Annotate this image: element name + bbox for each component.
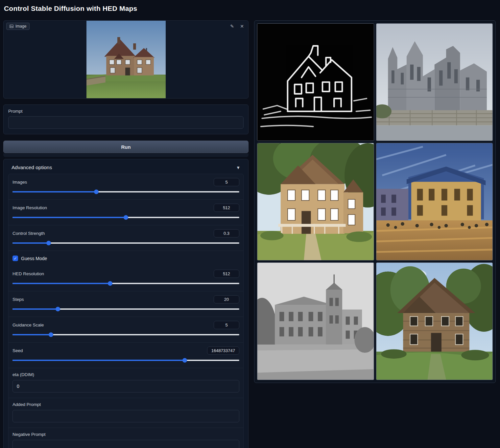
images-slider[interactable]	[12, 190, 239, 194]
image-resolution-slider-row: Image Resolution 512	[9, 200, 243, 225]
images-value-input[interactable]: 5	[214, 178, 239, 186]
eta-row: eta (DDIM)	[9, 368, 243, 398]
gallery-item-victorian-house[interactable]	[257, 143, 374, 260]
slider-thumb[interactable]	[182, 358, 187, 363]
guess-mode-checkbox[interactable]: ✓ Guess Mode	[9, 251, 243, 266]
hed-resolution-value-input[interactable]: 512	[214, 270, 239, 278]
image-input-label: Image	[15, 24, 26, 29]
seed-label: Seed	[12, 348, 23, 353]
cathedral-graphic	[376, 24, 493, 141]
seed-value-input[interactable]: 1648733747	[207, 347, 239, 355]
chevron-down-icon: ▼	[236, 165, 240, 170]
gallery-item-grayscale-building[interactable]	[257, 262, 374, 380]
steps-label: Steps	[12, 297, 24, 302]
left-column: Image ✎ ✕	[3, 20, 249, 448]
rustic-house-graphic	[376, 263, 493, 380]
close-icon: ✕	[240, 24, 244, 29]
victorian-house-graphic	[257, 143, 374, 260]
slider-thumb[interactable]	[56, 307, 60, 311]
image-resolution-label: Image Resolution	[12, 205, 47, 210]
house-photo-graphic	[86, 21, 166, 99]
pencil-icon: ✎	[230, 24, 234, 29]
steps-slider[interactable]	[12, 307, 239, 311]
prompt-label: Prompt	[8, 109, 244, 114]
added-prompt-row: Added Prompt	[9, 398, 243, 428]
slider-thumb[interactable]	[46, 241, 51, 245]
checkbox-icon: ✓	[12, 256, 18, 261]
edit-image-button[interactable]: ✎	[228, 23, 236, 30]
image-resolution-value-input[interactable]: 512	[214, 204, 239, 212]
negative-prompt-row: Negative Prompt	[9, 428, 243, 448]
advanced-options-header[interactable]: Advanced options ▼	[8, 163, 244, 174]
uploaded-house-photo[interactable]	[86, 21, 166, 99]
seed-slider[interactable]	[12, 358, 239, 363]
painterly-building-graphic	[376, 143, 493, 260]
gallery-item-cathedral[interactable]	[376, 23, 493, 141]
gallery-item-rustic-house[interactable]	[376, 262, 493, 380]
output-gallery	[254, 20, 496, 383]
slider-thumb[interactable]	[108, 281, 112, 286]
run-button[interactable]: Run	[3, 141, 249, 153]
guidance-scale-value-input[interactable]: 5	[214, 321, 239, 329]
image-input-label-chip[interactable]: Image	[6, 23, 30, 30]
images-slider-row: Images 5	[9, 174, 243, 200]
slider-thumb[interactable]	[124, 215, 128, 220]
image-icon	[10, 24, 13, 28]
steps-slider-row: Steps 20	[9, 291, 243, 317]
advanced-controls: Images 5 Image Resolution 512 Contro	[8, 174, 244, 448]
guidance-scale-label: Guidance Scale	[12, 323, 44, 327]
guidance-scale-slider[interactable]	[12, 332, 239, 337]
advanced-options-title: Advanced options	[12, 165, 52, 170]
prompt-block: Prompt	[3, 104, 249, 134]
control-strength-label: Control Strength	[12, 231, 45, 236]
control-strength-slider[interactable]	[12, 241, 239, 245]
eta-label: eta (DDIM)	[12, 372, 239, 377]
hed-edge-map-graphic	[257, 24, 374, 141]
added-prompt-input[interactable]	[12, 410, 239, 422]
slider-thumb[interactable]	[94, 190, 99, 194]
gallery-item-hed-map[interactable]	[257, 23, 374, 141]
run-button-shadow	[3, 153, 249, 157]
image-resolution-slider[interactable]	[12, 215, 239, 220]
image-input-component[interactable]: Image ✎ ✕	[3, 20, 249, 99]
hed-resolution-slider[interactable]	[12, 281, 239, 286]
negative-prompt-input[interactable]	[12, 440, 239, 448]
eta-input[interactable]	[12, 380, 239, 392]
slider-thumb[interactable]	[49, 332, 53, 337]
hed-resolution-label: HED Resolution	[12, 271, 44, 276]
seed-slider-row: Seed 1648733747	[9, 343, 243, 368]
clear-image-button[interactable]: ✕	[238, 23, 246, 30]
gallery-item-painterly-building[interactable]	[376, 143, 493, 260]
page-title: Control Stable Diffusion with HED Maps	[4, 5, 137, 12]
grayscale-building-graphic	[257, 263, 374, 380]
prompt-input[interactable]	[8, 116, 244, 129]
images-label: Images	[12, 180, 27, 185]
control-strength-value-input[interactable]: 0.3	[214, 229, 239, 237]
added-prompt-label: Added Prompt	[12, 402, 239, 407]
steps-value-input[interactable]: 20	[214, 295, 239, 303]
run-button-label: Run	[121, 144, 131, 150]
guidance-scale-slider-row: Guidance Scale 5	[9, 317, 243, 343]
hed-resolution-slider-row: HED Resolution 512	[9, 266, 243, 291]
negative-prompt-label: Negative Prompt	[12, 432, 239, 437]
guess-mode-label: Guess Mode	[21, 256, 47, 261]
control-strength-slider-row: Control Strength 0.3	[9, 225, 243, 251]
advanced-options-accordion: Advanced options ▼ Images 5 Image Resolu…	[3, 159, 249, 448]
